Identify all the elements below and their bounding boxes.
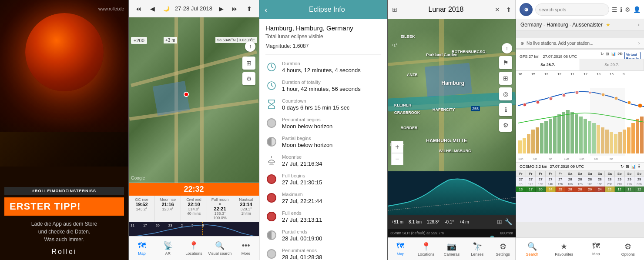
cell-28-2: 28 [575, 177, 585, 182]
svg-rect-20 [518, 140, 522, 153]
lunar-map-view[interactable]: EILBEK ROTHENBURGSO. ANZE Hamburg Parkla… [388, 19, 516, 171]
location-bar: Germany - Hamburg - Aussenalster ★ › [516, 19, 644, 31]
svg-text:16: 16 [518, 72, 522, 76]
maximum-content: Maximum 27 Jul, 22:21:44 [282, 192, 381, 204]
map-view[interactable]: Google +200 53.5349°N | 0.0303°E +3 m ↑ … [129, 17, 259, 183]
settings-icon3[interactable]: ⚙ [625, 6, 631, 13]
lunar-title: Lunar 2018 [401, 6, 491, 13]
nav-map[interactable]: 🗺 Map [129, 241, 155, 256]
elevation-high: +1° [391, 43, 397, 47]
eclipse-location: Hamburg, Hamburg, Germany [265, 24, 381, 32]
info-button[interactable]: ℹ [499, 103, 512, 116]
label-border: BORDER [400, 126, 417, 130]
play-button[interactable]: ▶ [216, 3, 226, 14]
eclipse-type: Total lunar eclipse visible [265, 33, 381, 40]
layers-button[interactable]: ⊞ [242, 57, 255, 70]
label-hamburg-mitte: HAMBURG-MITTE [426, 138, 467, 143]
nav-map2[interactable]: 🗺 Map [388, 242, 413, 256]
tool-button[interactable]: ⚙ [499, 119, 512, 132]
map-nav-icon5: 🗺 [592, 242, 600, 251]
locations-icon2: 📍 [421, 242, 431, 251]
zoom-out-button[interactable]: − [391, 153, 403, 165]
compass2: ↑ [502, 43, 512, 53]
label-kleiner: KLEINER [394, 103, 412, 107]
cosmo-grid[interactable]: ⊞ [626, 164, 629, 169]
nav-settings2[interactable]: ⚙ Settings [490, 242, 516, 257]
svg-point-61 [562, 93, 566, 97]
nautical-cell: Nautical 23:14 328.1° 1h4m [233, 196, 259, 222]
tab-so[interactable]: So 29.7. [580, 59, 644, 70]
hour-8: 18h [585, 182, 595, 187]
full-moon-icon [265, 173, 278, 185]
share-button[interactable]: ⬆ [506, 6, 511, 13]
cosmo-refresh[interactable]: ↻ [621, 164, 624, 169]
options-nav-icon: ⚙ [624, 242, 631, 251]
skip-forward-button[interactable]: ⏭ [230, 3, 240, 14]
info-icon[interactable]: ℹ [620, 6, 622, 13]
nav-locations[interactable]: 📍 Locations [181, 241, 207, 256]
elevation-overlay: +3 m [164, 37, 177, 43]
location-pin-icon: ⊕ [520, 41, 524, 46]
cell-28-1: 28 [565, 177, 575, 182]
tab-sa[interactable]: Sa 28.7. [516, 59, 580, 70]
nav-ar[interactable]: 📡 AR [155, 241, 181, 256]
copy-button[interactable]: ⊞ [497, 218, 502, 225]
location-button[interactable]: ◎ [499, 87, 512, 100]
cell-27-3: 27 [536, 177, 546, 182]
list-icon[interactable]: ☰ [612, 6, 617, 13]
cloud-dark-overlay [0, 132, 128, 167]
svg-rect-25 [540, 123, 543, 153]
hourglass-icon [265, 98, 278, 110]
svg-point-58 [523, 103, 527, 107]
time-axis: 11172023258 [131, 223, 204, 227]
fr5-header: Fr [556, 171, 566, 177]
wrench-button[interactable]: 🔧 [505, 218, 512, 225]
nav-favourites[interactable]: ★ Favourites [548, 242, 580, 257]
close-button[interactable]: ✕ [495, 6, 500, 13]
countdown-content: Countdown 0 days 6 hrs 15 min 15 sec [282, 98, 381, 111]
nav-locations2[interactable]: 📍 Locations [413, 242, 439, 257]
lens-label: 35mm SLR (default) at 559.7m [390, 231, 500, 235]
nav-more[interactable]: ••• More [233, 241, 259, 256]
svg-text:15: 15 [531, 72, 535, 76]
flag-button[interactable]: ⚑ [499, 56, 512, 69]
hashtag-bar: #ROLLEIMONDFINSTERNISS [4, 187, 124, 195]
svg-point-59 [536, 100, 540, 104]
hour-6: 16h [565, 182, 575, 187]
skip-back-button[interactable]: ⏮ [133, 3, 144, 14]
cosmo-bar: COSMO 2.2 km 27.07.2018 09 UTC ↻ ⊞ 📊 ⠿ [516, 162, 644, 171]
full-ends-content: Full ends 27 Jul, 23:13:11 [282, 210, 381, 223]
step-back-button[interactable]: ◀ [147, 3, 158, 14]
cn-23: 23 [605, 187, 615, 192]
hour-4: 14h [546, 182, 556, 187]
svg-point-67 [638, 103, 642, 108]
moon-phase-icon: 🌙 [161, 3, 171, 14]
nav-visual-search[interactable]: 🔍 Visual search [207, 241, 233, 256]
profile-icon[interactable]: 👤 [633, 6, 641, 13]
nav-lenses[interactable]: 🔭 Lenses [464, 242, 490, 257]
cosmo-chart[interactable]: 📊 [631, 164, 636, 169]
lunar-navbar: 🗺 Map 📍 Locations 📷 Cameras 🔭 Lenses ⚙ S… [388, 237, 516, 260]
cosmo-label: COSMO 2.2 km [520, 164, 547, 169]
layers-button2[interactable]: ⊞ [499, 72, 512, 85]
svg-text:18h: 18h [518, 157, 523, 160]
nav-options[interactable]: ⚙ Options [612, 242, 644, 257]
image-icon[interactable]: ⊞ [392, 6, 397, 13]
elevation-graph [388, 171, 516, 215]
so2-header: So [625, 171, 635, 177]
eclipse-magnitude: Magnitude: 1.6087 [265, 43, 381, 55]
nav-cameras[interactable]: 📷 Cameras [439, 242, 465, 257]
gc-rise-cell: GC rise 19:52 143.2° [129, 196, 155, 222]
nav-search-btn[interactable]: 🔍 Search [516, 242, 548, 257]
cn-17: 17 [526, 187, 536, 192]
cameras-icon: 📷 [447, 242, 456, 251]
svg-point-62 [575, 91, 579, 94]
share-button[interactable]: ⬆ [244, 3, 255, 14]
cell-27-4: 27 [546, 177, 556, 182]
nav-map5[interactable]: 🗺 Map [580, 242, 612, 256]
search-input[interactable] [535, 3, 609, 16]
cosmo-tiles[interactable]: ⠿ [637, 164, 641, 169]
settings-button[interactable]: ⚙ [242, 72, 255, 85]
alt-change: +4 m [459, 220, 469, 224]
back-button[interactable]: ‹ [265, 5, 268, 15]
